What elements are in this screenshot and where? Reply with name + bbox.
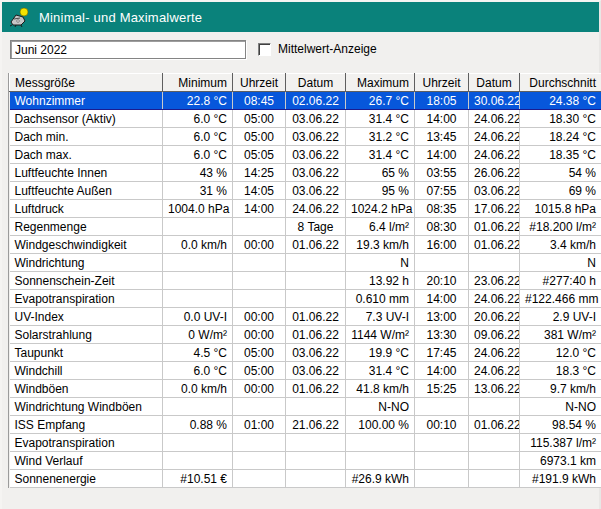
column-header[interactable]: Uhrzeit: [233, 74, 286, 92]
value-cell: 6.0 °C: [163, 362, 233, 380]
value-cell: 18.30 °C: [520, 110, 601, 128]
value-cell: 14:00: [415, 110, 469, 128]
column-header[interactable]: Uhrzeit: [415, 74, 469, 92]
value-cell: 00:00: [233, 380, 286, 398]
value-cell: 14:25: [233, 164, 286, 182]
value-cell: [233, 434, 286, 452]
table-row[interactable]: Windchill6.0 °C05:0003.06.2231.4 °C14:00…: [10, 362, 601, 380]
value-cell: 05:00: [233, 362, 286, 380]
table-row[interactable]: Dachsensor (Aktiv)6.0 °C05:0003.06.2231.…: [10, 110, 601, 128]
value-cell: 03.06.22: [286, 164, 346, 182]
value-cell: [346, 452, 415, 470]
value-cell: 24.38 °C: [520, 92, 601, 110]
table-row[interactable]: Sonnenschein-Zeit13.92 h20:1023.06.22#27…: [10, 272, 601, 290]
column-header[interactable]: Datum: [286, 74, 346, 92]
measurement-name-cell: Taupunkt: [10, 344, 163, 362]
value-cell: 01.06.22: [286, 380, 346, 398]
value-cell: [469, 254, 520, 272]
column-header[interactable]: Maximum: [346, 74, 415, 92]
value-cell: #191.9 kWh: [520, 470, 601, 488]
table-row[interactable]: Regenmenge8 Tage6.4 l/m²08:3001.06.22#18…: [10, 218, 601, 236]
measurement-name-cell: Evapotranspiration: [10, 434, 163, 452]
value-cell: 20:10: [415, 272, 469, 290]
value-cell: #10.51 €: [163, 470, 233, 488]
table-row[interactable]: WindrichtungNN: [10, 254, 601, 272]
table-row[interactable]: Luftfeuchte Innen43 %14:2503.06.2265 %03…: [10, 164, 601, 182]
column-header[interactable]: Datum: [469, 74, 520, 92]
value-cell: [346, 434, 415, 452]
table-row[interactable]: Luftfeuchte Außen31 %14:0503.06.2295 %07…: [10, 182, 601, 200]
value-cell: 0.610 mm: [346, 290, 415, 308]
table-row[interactable]: Windböen0.0 km/h00:0001.06.2241.8 km/h15…: [10, 380, 601, 398]
value-cell: [415, 398, 469, 416]
value-cell: [233, 452, 286, 470]
mittelwert-checkbox-group[interactable]: Mittelwert-Anzeige: [258, 42, 377, 56]
value-cell: 24.06.22: [469, 128, 520, 146]
value-cell: [469, 398, 520, 416]
measurement-name-cell: Solarstrahlung: [10, 326, 163, 344]
value-cell: 21.06.22: [286, 416, 346, 434]
column-header[interactable]: Messgröße: [10, 74, 163, 92]
value-cell: [233, 398, 286, 416]
mittelwert-checkbox[interactable]: [258, 43, 271, 56]
value-cell: 6.0 °C: [163, 110, 233, 128]
column-header[interactable]: Minimum: [163, 74, 233, 92]
value-cell: 19.3 km/h: [346, 236, 415, 254]
table-row[interactable]: Windgeschwindigkeit0.0 km/h00:0001.06.22…: [10, 236, 601, 254]
value-cell: [286, 398, 346, 416]
value-cell: 43 %: [163, 164, 233, 182]
value-cell: 98.54 %: [520, 416, 601, 434]
value-cell: [233, 254, 286, 272]
minmax-table: MessgrößeMinimumUhrzeitDatumMaximumUhrze…: [9, 73, 601, 488]
value-cell: 24.06.22: [469, 290, 520, 308]
table-row[interactable]: Wind Verlauf6973.1 km: [10, 452, 601, 470]
value-cell: #26.9 kWh: [346, 470, 415, 488]
value-cell: [469, 470, 520, 488]
value-cell: 4.5 °C: [163, 344, 233, 362]
value-cell: #277:40 h: [520, 272, 601, 290]
value-cell: 03.06.22: [286, 344, 346, 362]
table-row[interactable]: Evapotranspiration0.610 mm14:0024.06.22#…: [10, 290, 601, 308]
table-row[interactable]: Dach min.6.0 °C05:0003.06.2231.2 °C13:45…: [10, 128, 601, 146]
table-row[interactable]: Wohnzimmer22.8 °C08:4502.06.2226.7 °C18:…: [10, 92, 601, 110]
value-cell: 03.06.22: [469, 182, 520, 200]
table-row[interactable]: Windrichtung WindböenN-NON-NO: [10, 398, 601, 416]
value-cell: [233, 290, 286, 308]
value-cell: 16:00: [415, 236, 469, 254]
value-cell: 26.7 °C: [346, 92, 415, 110]
table-row[interactable]: Taupunkt4.5 °C05:0003.06.2219.9 °C17:452…: [10, 344, 601, 362]
value-cell: 07:55: [415, 182, 469, 200]
table-body: Wohnzimmer22.8 °C08:4502.06.2226.7 °C18:…: [10, 92, 601, 488]
value-cell: 18.24 °C: [520, 128, 601, 146]
table-row[interactable]: Luftdruck1004.0 hPa14:0024.06.221024.2 h…: [10, 200, 601, 218]
value-cell: 08:35: [415, 200, 469, 218]
measurement-name-cell: Dach min.: [10, 128, 163, 146]
value-cell: [163, 218, 233, 236]
app-window: Minimal- und Maximalwerte Mittelwert-Anz…: [0, 0, 601, 509]
value-cell: 100.00 %: [346, 416, 415, 434]
table-row[interactable]: UV-Index0.0 UV-I00:0001.06.227.3 UV-I13:…: [10, 308, 601, 326]
table-row[interactable]: Sonnenenergie#10.51 €#26.9 kWh#191.9 kWh: [10, 470, 601, 488]
value-cell: [286, 272, 346, 290]
weather-station-icon: [9, 7, 31, 27]
value-cell: 6.0 °C: [163, 128, 233, 146]
title-bar[interactable]: Minimal- und Maximalwerte: [2, 2, 599, 32]
table-row[interactable]: Solarstrahlung0 W/m²00:0001.06.221144 W/…: [10, 326, 601, 344]
value-cell: 05:00: [233, 344, 286, 362]
value-cell: 23.06.22: [469, 272, 520, 290]
table-row[interactable]: ISS Empfang0.88 %01:0021.06.22100.00 %00…: [10, 416, 601, 434]
value-cell: 14:05: [233, 182, 286, 200]
column-header[interactable]: Durchschnitt: [520, 74, 601, 92]
minmax-table-container: MessgrößeMinimumUhrzeitDatumMaximumUhrze…: [8, 73, 601, 488]
value-cell: 18:05: [415, 92, 469, 110]
value-cell: 13.06.22: [469, 380, 520, 398]
value-cell: [163, 398, 233, 416]
period-input[interactable]: [10, 40, 246, 59]
value-cell: [469, 452, 520, 470]
value-cell: 01.06.22: [286, 236, 346, 254]
table-row[interactable]: Evapotranspiration115.387 l/m²: [10, 434, 601, 452]
value-cell: 00:00: [233, 236, 286, 254]
value-cell: 0.0 UV-I: [163, 308, 233, 326]
value-cell: 08:45: [233, 92, 286, 110]
table-row[interactable]: Dach max.6.0 °C05:0503.06.2231.4 °C14:00…: [10, 146, 601, 164]
